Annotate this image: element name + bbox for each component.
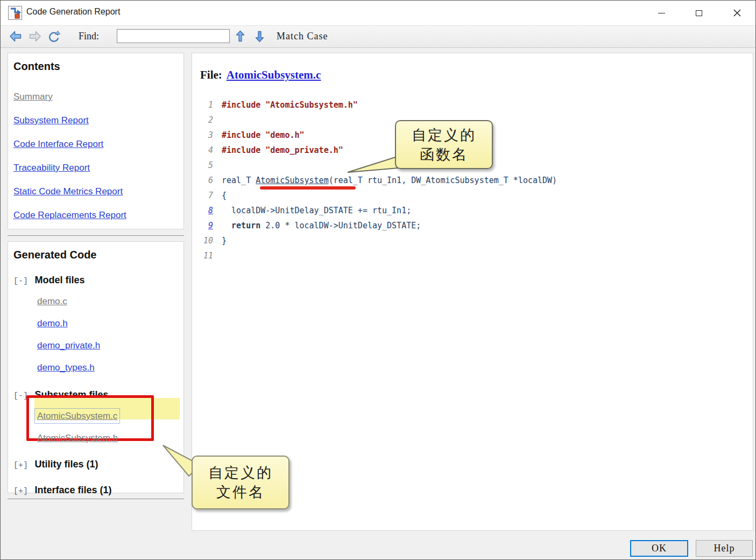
line-number: 4 [200,145,213,155]
tree-expander[interactable]: [-] [13,277,28,286]
code-segment: } [222,236,227,246]
code-text: #include "demo.h" [222,130,305,140]
line-number: 3 [200,130,213,140]
file-link[interactable]: demo.c [37,296,67,306]
code-segment [222,221,231,230]
find-previous-icon[interactable] [236,30,245,45]
match-case-toggle[interactable]: Match Case [277,31,328,42]
callout-text: 文件名 [193,482,288,502]
annotation-red-underline [260,186,356,190]
file-link[interactable]: AtomicSubsystem.c [227,68,321,81]
refresh-icon[interactable] [48,30,60,45]
maximize-icon [696,10,702,16]
find-label: Find: [79,31,99,42]
file-link[interactable]: AtomicSubsystem.c [37,411,117,421]
tree-expander[interactable]: [+] [13,461,28,470]
find-next-icon[interactable] [255,30,264,45]
file-heading: File:AtomicSubsystem.c [200,68,747,81]
tree-expander[interactable]: [-] [13,391,28,401]
file-row: demo.c [37,296,179,307]
file-link[interactable]: demo_types.h [37,362,95,373]
minimize-icon [658,13,665,13]
code-text: #include "demo_private.h" [222,145,343,155]
code-segment: #include "demo.h" [222,130,305,140]
code-line: 8 localDW->UnitDelay_DSTATE += rtu_In1; [200,203,747,218]
code-segment: real_T [222,176,256,185]
tree-expander[interactable]: [+] [13,487,28,496]
code-segment: #include "demo_private.h" [222,145,343,155]
line-number: 2 [200,115,213,125]
line-number[interactable]: 9 [200,221,213,230]
code-line: 7 { [200,188,747,203]
forward-icon[interactable] [29,30,41,45]
contents-link[interactable]: Subsystem Report [13,115,89,127]
line-number: 1 [200,100,213,110]
code-line: 11 [200,248,747,263]
callout-text: 自定义的 [396,125,492,145]
close-icon [733,9,741,17]
code-segment: localDW->UnitDelay_DSTATE += rtu_In1; [222,206,411,215]
code-generation-report-window: Code Generation Report Find: [0,0,756,560]
generated-code-heading: Generated Code [13,248,179,261]
file-link[interactable]: demo_private.h [37,340,100,351]
line-number[interactable]: 8 [200,206,213,215]
back-icon[interactable] [9,30,22,45]
code-text: return 2.0 * localDW->UnitDelay_DSTATE; [222,221,421,230]
code-text: { [222,191,227,200]
tree-group: [+] Utility files (1) [13,458,179,472]
file-row: demo.h [37,318,179,330]
window-title: Code Generation Report [26,7,120,17]
code-line: 9 return 2.0 * localDW->UnitDelay_DSTATE… [200,218,747,233]
code-text: #include "AtomicSubsystem.h" [222,100,358,110]
code-line: 6 real_T AtomicSubsystem(real_T rtu_In1,… [200,173,747,188]
contents-link[interactable]: Traceability Report [13,162,90,174]
find-input[interactable] [117,29,230,43]
callout-text: 函数名 [396,145,492,164]
code-line: 10 } [200,233,747,248]
minimize-button[interactable] [649,1,674,25]
line-number: 10 [200,236,213,246]
line-number: 11 [200,251,213,261]
contents-link[interactable]: Summary [13,91,53,103]
function-link[interactable]: AtomicSubsystem [256,176,328,185]
contents-link[interactable]: Static Code Metrics Report [13,186,123,198]
file-label: File: [200,68,222,81]
code-segment: { [222,191,227,200]
code-segment: 2.0 * localDW->UnitDelay_DSTATE; [260,221,421,230]
code-text: } [222,236,227,246]
callout-text: 自定义的 [193,463,288,482]
tree-group-label: Model files [34,275,84,285]
titlebar: Code Generation Report [1,1,755,25]
contents-heading: Contents [13,60,179,73]
callout-function-name: 自定义的 函数名 [395,120,493,169]
find-toolbar [1,25,755,48]
sidebar-divider [8,499,184,499]
maximize-button[interactable] [686,1,711,25]
code-line: 1 #include "AtomicSubsystem.h" [200,97,747,113]
callout-file-name: 自定义的 文件名 [192,456,289,509]
help-button[interactable]: Help [696,540,753,557]
tree-group: [+] Interface files (1) [13,484,179,498]
tree-group: [-] Model files demo.c demo.h demo_priva… [13,274,179,374]
sidebar-divider [8,235,184,236]
tree-group-label: Utility files (1) [34,459,98,470]
file-row: demo_types.h [37,362,179,374]
line-number: 5 [200,160,213,170]
file-link[interactable]: demo.h [37,318,68,328]
file-row: AtomicSubsystem.c [37,410,179,422]
contents-link[interactable]: Code Interface Report [13,138,103,150]
ok-button[interactable]: OK [630,540,688,557]
line-number: 6 [200,176,213,185]
code-segment: #include "AtomicSubsystem.h" [222,100,358,110]
line-number: 7 [200,191,213,200]
code-text: localDW->UnitDelay_DSTATE += rtu_In1; [222,206,411,215]
contents-panel: Contents SummarySubsystem ReportCode Int… [8,53,184,229]
code-segment: return [231,221,260,230]
file-row: demo_private.h [37,340,179,352]
file-link[interactable]: AtomicSubsystem.h [37,433,118,443]
simulink-app-icon [8,6,22,20]
tree-group-label: Interface files (1) [34,485,111,495]
contents-link[interactable]: Code Replacements Report [13,209,126,221]
file-row: AtomicSubsystem.h [37,432,179,444]
close-button[interactable] [724,1,750,25]
